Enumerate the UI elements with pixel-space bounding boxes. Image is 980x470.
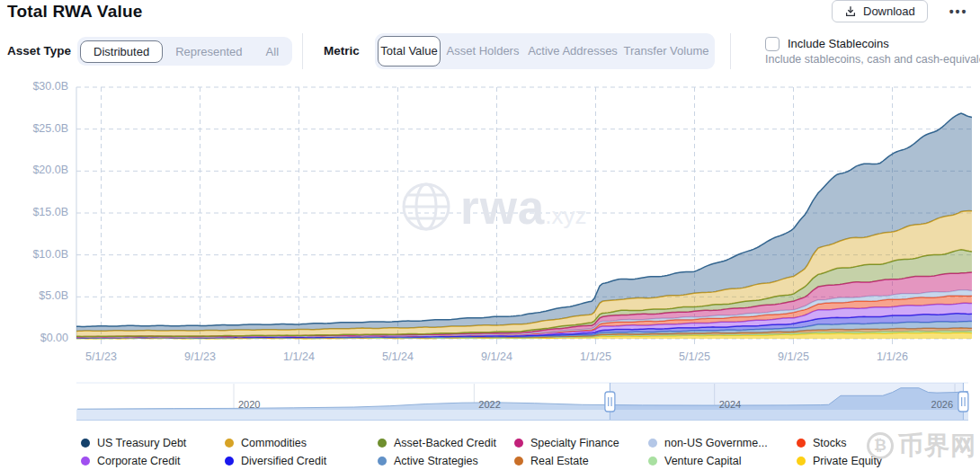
legend-item-diversified-credit[interactable]: Diversified Credit xyxy=(225,454,326,468)
page-title: Total RWA Value xyxy=(7,2,142,22)
x-axis-tick-label: 1/1/26 xyxy=(864,350,922,363)
navigator-year-label: 2024 xyxy=(719,399,741,410)
legend-dot-venture-capital xyxy=(648,457,657,466)
metric-segmented-control: Total Value Asset Holders Active Address… xyxy=(375,33,715,69)
legend-label: US Treasury Debt xyxy=(97,437,186,449)
legend-item-active-strategies[interactable]: Active Strategies xyxy=(378,454,478,468)
y-axis-tick-label: $5.0B xyxy=(2,289,68,302)
legend-label: Commodities xyxy=(241,437,307,449)
legend-label: Diversified Credit xyxy=(241,455,326,467)
navigator-year-label: 2022 xyxy=(478,399,500,410)
navigator-year-label: 2020 xyxy=(238,399,260,410)
x-axis-tick-label: 9/1/25 xyxy=(765,350,823,363)
legend-label: non-US Governme... xyxy=(664,437,768,449)
metric-label: Metric xyxy=(324,44,360,58)
x-axis-tick-label: 5/1/24 xyxy=(370,350,427,363)
metric-option-total-value[interactable]: Total Value xyxy=(378,36,441,67)
legend-label: Corporate Credit xyxy=(97,455,180,467)
y-axis-tick-label: $10.0B xyxy=(2,248,68,261)
metric-option-transfer-volume[interactable]: Transfer Volume xyxy=(620,37,712,66)
legend-dot-active-strategies xyxy=(378,457,387,466)
site-watermark-text: 币界网 xyxy=(898,429,976,463)
y-axis-tick-label: $30.0B xyxy=(2,80,68,93)
navigator-left-handle[interactable] xyxy=(605,392,615,412)
legend-item-us-treasury-debt[interactable]: US Treasury Debt xyxy=(81,436,186,450)
y-axis-tick-label: $20.0B xyxy=(2,164,68,176)
main-chart-area: $30.0B$25.0B$20.0B$15.0B$10.0B$5.0B$0.00… xyxy=(0,76,980,364)
stacked-area-chart[interactable] xyxy=(0,76,980,364)
legend-item-commodities[interactable]: Commodities xyxy=(225,436,307,450)
legend-item-venture-capital[interactable]: Venture Capital xyxy=(648,454,741,468)
legend-item-private-equity[interactable]: Private Equity xyxy=(797,454,882,468)
legend-dot-real-estate xyxy=(514,457,523,466)
include-stablecoins-checkbox[interactable] xyxy=(765,37,780,51)
legend-dot-non-us-government xyxy=(648,439,657,448)
asset-type-segmented-control: Distributed Represented All xyxy=(77,37,292,66)
legend-dot-stocks xyxy=(797,439,806,448)
legend-item-asset-backed-credit[interactable]: Asset-Backed Credit xyxy=(378,436,496,450)
legend-dot-private-equity xyxy=(797,457,806,466)
legend-item-stocks[interactable]: Stocks xyxy=(797,436,847,450)
metric-option-active-addresses[interactable]: Active Addresses xyxy=(525,37,620,66)
navigator-selection[interactable] xyxy=(610,383,963,420)
metric-option-asset-holders[interactable]: Asset Holders xyxy=(441,37,525,66)
include-stablecoins-label: Include Stablecoins xyxy=(788,37,889,50)
legend-item-specialty-finance[interactable]: Specialty Finance xyxy=(514,436,619,450)
more-options-button[interactable]: ••• xyxy=(940,0,976,22)
include-stablecoins-description: Include stablecoins, cash and cash-equiv… xyxy=(765,53,980,66)
legend-label: Asset-Backed Credit xyxy=(394,437,496,449)
legend-dot-specialty-finance xyxy=(514,439,523,448)
legend-label: Real Estate xyxy=(530,455,589,467)
asset-type-option-distributed[interactable]: Distributed xyxy=(80,40,163,63)
legend-label: Active Strategies xyxy=(394,455,478,467)
bijiewang-watermark: ₿ 币界网 xyxy=(867,429,976,463)
legend-dot-asset-backed-credit xyxy=(378,439,387,448)
legend-label: Specialty Finance xyxy=(530,437,619,449)
download-button[interactable]: Download xyxy=(832,0,928,22)
legend-dot-diversified-credit xyxy=(225,457,234,466)
legend-label: Venture Capital xyxy=(664,455,741,467)
y-axis-tick-label: $15.0B xyxy=(2,206,68,218)
legend-item-non-us-government[interactable]: non-US Governme... xyxy=(648,436,768,450)
navigator-right-handle[interactable] xyxy=(958,392,968,412)
legend-label: Private Equity xyxy=(813,455,882,467)
x-axis-tick-label: 5/1/23 xyxy=(73,350,130,363)
controls-divider xyxy=(302,33,303,69)
legend-dot-commodities xyxy=(225,439,234,448)
legend-label: Stocks xyxy=(813,437,847,449)
legend-item-real-estate[interactable]: Real Estate xyxy=(514,454,589,468)
x-axis-tick-label: 9/1/24 xyxy=(468,350,526,363)
y-axis-tick-label: $0.00 xyxy=(2,332,68,344)
x-axis-tick-label: 1/1/24 xyxy=(271,350,328,363)
legend-item-corporate-credit[interactable]: Corporate Credit xyxy=(81,454,180,468)
download-button-label: Download xyxy=(863,4,915,18)
legend-dot-us-treasury-debt xyxy=(81,439,90,448)
download-icon xyxy=(844,5,857,18)
navigator-year-label: 2026 xyxy=(931,399,953,410)
y-axis-tick-label: $25.0B xyxy=(2,122,68,135)
asset-type-label: Asset Type xyxy=(7,44,71,58)
controls-divider-2 xyxy=(730,33,731,69)
asset-type-option-represented[interactable]: Represented xyxy=(163,41,254,62)
x-axis-tick-label: 9/1/23 xyxy=(172,350,229,363)
asset-type-option-all[interactable]: All xyxy=(255,41,290,62)
x-axis-tick-label: 5/1/25 xyxy=(666,350,724,363)
legend-dot-corporate-credit xyxy=(81,457,90,466)
x-axis-tick-label: 1/1/25 xyxy=(567,350,625,363)
